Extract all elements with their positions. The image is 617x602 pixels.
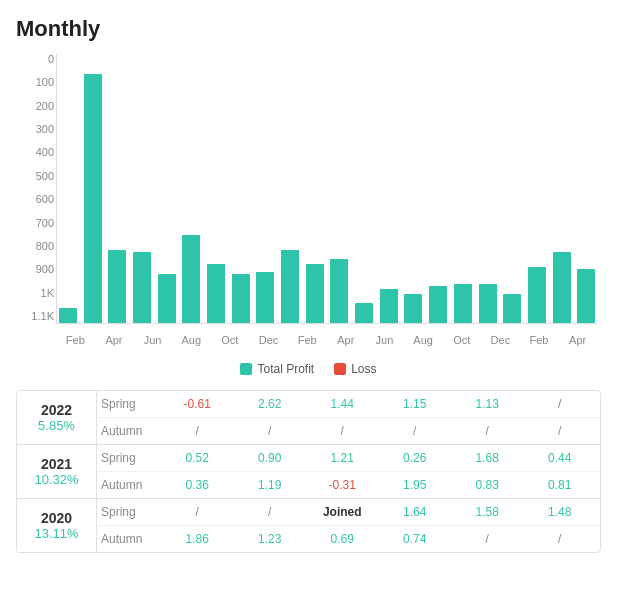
x-axis-label: Feb [288, 334, 327, 346]
bar [479, 284, 497, 323]
x-axis: FebAprJunAugOctDecFebAprJunAugOctDecFebA… [56, 326, 597, 354]
bar-group [403, 54, 425, 323]
y-axis-label: 400 [16, 147, 54, 158]
table-cell: -0.31 [306, 478, 379, 492]
table-cell: / [234, 505, 307, 519]
season-label: Autumn [101, 424, 161, 438]
table-cell: / [451, 424, 524, 438]
table-cell: / [306, 424, 379, 438]
bar-group [57, 54, 79, 323]
x-axis-label: Dec [481, 334, 520, 346]
bar-group [526, 54, 548, 323]
autumn-row: Autumn0.361.19-0.311.950.830.81 [97, 472, 600, 498]
table-cell: 1.15 [379, 397, 452, 411]
x-axis-label: Oct [442, 334, 481, 346]
bar-group [230, 54, 252, 323]
table-cell: 0.26 [379, 451, 452, 465]
bar [380, 289, 398, 323]
loss-label: Loss [351, 362, 376, 376]
bar-group [279, 54, 301, 323]
bar [232, 274, 250, 323]
table-cell: 1.48 [524, 505, 597, 519]
legend-loss: Loss [334, 362, 376, 376]
x-axis-label: Apr [558, 334, 597, 346]
monthly-chart: 1.1K1K9008007006005004003002001000 FebAp… [16, 54, 601, 354]
x-axis-label: Jun [365, 334, 404, 346]
table-cell: 1.86 [161, 532, 234, 546]
bar [330, 259, 348, 323]
bar [207, 264, 225, 323]
page-title: Monthly [16, 16, 601, 42]
table-cell: / [451, 532, 524, 546]
season-label: Spring [101, 451, 161, 465]
year-pct: 5.85% [38, 418, 75, 433]
table-cell: 0.52 [161, 451, 234, 465]
bar [404, 294, 422, 323]
table-cell: 1.13 [451, 397, 524, 411]
table-cell: / [161, 424, 234, 438]
legend-profit: Total Profit [240, 362, 314, 376]
season-label: Spring [101, 505, 161, 519]
table-cell: 1.19 [234, 478, 307, 492]
x-axis-label: Dec [249, 334, 288, 346]
bar [306, 264, 324, 323]
table-cell: 0.74 [379, 532, 452, 546]
table-cell: 0.81 [524, 478, 597, 492]
table-cell: 1.95 [379, 478, 452, 492]
y-axis-label: 300 [16, 124, 54, 135]
year-block: 20225.85%Spring-0.612.621.441.151.13/Aut… [17, 391, 600, 445]
table-cell: / [161, 505, 234, 519]
y-axis-label: 1.1K [16, 311, 54, 322]
bar [528, 267, 546, 323]
bar [108, 250, 126, 323]
bar [429, 286, 447, 323]
table-cell: 1.21 [306, 451, 379, 465]
bar-group [255, 54, 277, 323]
year-pct: 13.11% [34, 526, 78, 541]
bar [158, 274, 176, 323]
table-cell: 0.69 [306, 532, 379, 546]
spring-row: Spring//Joined1.641.581.48 [97, 499, 600, 526]
bar-group [427, 54, 449, 323]
year-pct: 10.32% [34, 472, 78, 487]
bar [355, 303, 373, 323]
table-cell: 0.83 [451, 478, 524, 492]
bar-group [378, 54, 400, 323]
bars-container [56, 54, 597, 324]
table-cell: 1.64 [379, 505, 452, 519]
profit-icon [240, 363, 252, 375]
y-axis-label: 200 [16, 101, 54, 112]
table-cell: 1.23 [234, 532, 307, 546]
bar [281, 250, 299, 323]
y-axis-label: 900 [16, 264, 54, 275]
x-axis-label: Aug [404, 334, 443, 346]
loss-icon [334, 363, 346, 375]
y-axis-label: 500 [16, 171, 54, 182]
data-table: 20225.85%Spring-0.612.621.441.151.13/Aut… [16, 390, 601, 553]
season-label: Autumn [101, 532, 161, 546]
bar [59, 308, 77, 323]
rows-col: Spring//Joined1.641.581.48Autumn1.861.23… [97, 499, 600, 552]
season-label: Spring [101, 397, 161, 411]
table-cell: 1.68 [451, 451, 524, 465]
x-axis-label: Oct [211, 334, 250, 346]
table-cell: 1.44 [306, 397, 379, 411]
rows-col: Spring-0.612.621.441.151.13/Autumn////// [97, 391, 600, 444]
table-cell: 0.36 [161, 478, 234, 492]
season-label: Autumn [101, 478, 161, 492]
autumn-row: Autumn////// [97, 418, 600, 444]
bar-group [205, 54, 227, 323]
year-col: 202013.11% [17, 499, 97, 552]
bar [454, 284, 472, 323]
year-label: 2022 [41, 402, 72, 418]
bar-group [501, 54, 523, 323]
table-cell: / [524, 424, 597, 438]
autumn-row: Autumn1.861.230.690.74// [97, 526, 600, 552]
spring-row: Spring-0.612.621.441.151.13/ [97, 391, 600, 418]
x-axis-label: Apr [95, 334, 134, 346]
year-label: 2020 [41, 510, 72, 526]
y-axis: 1.1K1K9008007006005004003002001000 [16, 54, 54, 324]
bar-group [304, 54, 326, 323]
y-axis-label: 100 [16, 77, 54, 88]
bar-group [477, 54, 499, 323]
